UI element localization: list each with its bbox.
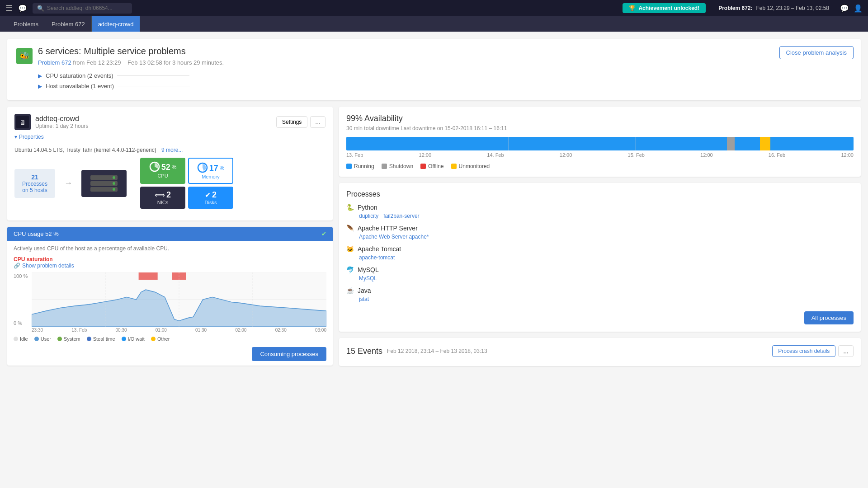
avail-seg-0 <box>346 137 509 150</box>
availability-bar <box>346 137 854 150</box>
comment-icon[interactable]: 💬 <box>840 4 849 13</box>
link-icon: 🔗 <box>14 263 20 269</box>
processes-card: Processes 🐍 Python duplicity fail2ban-se… <box>339 183 861 332</box>
breadcrumb-problems[interactable]: Problems <box>7 16 45 32</box>
problem-link[interactable]: Problem 672 <box>38 59 71 66</box>
server-icon <box>81 170 127 197</box>
host-header: 🖥 addteq-crowd Uptime: 1 day 2 hours Set… <box>14 114 326 130</box>
svg-point-9 <box>113 188 115 191</box>
top-nav-icons: 💬 👤 <box>840 4 863 13</box>
breadcrumb: Problems Problem 672 addteq-crowd <box>0 16 868 32</box>
profile-icon[interactable]: 👤 <box>854 4 863 13</box>
search-bar[interactable]: 🔍 <box>33 3 132 14</box>
left-column: 🖥 addteq-crowd Uptime: 1 day 2 hours Set… <box>7 107 333 366</box>
chart-legend: Idle User System Steal time <box>14 333 326 343</box>
jstat-link[interactable]: jstat <box>359 296 369 302</box>
events-actions: Process crash details ... <box>772 345 854 357</box>
legend-other: Other <box>151 336 170 342</box>
process-crash-button[interactable]: Process crash details <box>772 345 835 357</box>
close-analysis-button[interactable]: Close problem analysis <box>779 46 854 59</box>
legend-running: Running <box>346 163 374 169</box>
process-mysql: 🐬 MySQL MySQL <box>346 266 854 282</box>
nics-metric[interactable]: ⟺ 2 NICs <box>140 187 185 209</box>
host-uptime: Uptime: 1 day 2 hours <box>35 123 88 129</box>
breadcrumb-addteq[interactable]: addteq-crowd <box>92 16 141 32</box>
legend-shutdown: Shutdown <box>382 163 413 169</box>
host-title: addteq-crowd <box>35 115 88 123</box>
chevron-right-icon-2: ▶ <box>38 83 42 89</box>
offline-color <box>420 164 426 169</box>
event-item-cpu[interactable]: ▶ CPU saturation (2 events) <box>38 72 852 79</box>
legend-offline: Offline <box>420 163 443 169</box>
properties-divider <box>14 143 326 143</box>
trophy-icon: 🏆 <box>629 5 636 11</box>
achievement-badge: 🏆 Achievement unlocked! <box>623 3 706 13</box>
legend-system: System <box>57 336 80 342</box>
avail-unmonitored <box>760 137 770 150</box>
more-properties-link[interactable]: 9 more... <box>161 147 183 153</box>
hamburger-icon[interactable]: ☰ <box>5 3 13 13</box>
problem-info: Problem 672: Feb 12, 23:29 – Feb 13, 02:… <box>718 5 829 11</box>
legend-user: User <box>34 336 51 342</box>
availability-bar-wrapper: 13. Feb 12:00 14. Feb 12:00 15. Feb 12:0… <box>346 137 854 160</box>
search-input[interactable] <box>47 5 119 11</box>
chart-body: Actively used CPU of the host as a perce… <box>7 241 333 366</box>
two-column-layout: 🖥 addteq-crowd Uptime: 1 day 2 hours Set… <box>7 107 861 366</box>
problem-icon: 🐝 <box>16 48 33 66</box>
unmonitored-color <box>451 164 457 169</box>
avail-shutdown <box>727 137 735 150</box>
chart-x-axis: 23:30 13. Feb 00:30 01:00 01:30 02:00 02… <box>32 328 326 333</box>
memory-metric[interactable]: 17% Memory <box>188 158 233 184</box>
chart-inner <box>32 272 326 327</box>
properties-toggle[interactable]: ▾ Properties <box>14 134 326 140</box>
process-apache-http: 🪶 Apache HTTP Server Apache Web Server a… <box>346 225 854 240</box>
cpu-saturation-label: CPU saturation <box>14 256 326 263</box>
show-problem-link[interactable]: 🔗 Show problem details <box>14 263 326 269</box>
cpu-chart-svg-wrapper: 100 % 0 % <box>14 272 326 327</box>
iowait-color <box>122 337 126 341</box>
availability-card: 99% Availability 30 min total downtime L… <box>339 107 861 177</box>
arrow-right-icon: → <box>64 178 72 188</box>
svg-text:🖥: 🖥 <box>19 119 26 126</box>
chart-y-axis: 100 % 0 % <box>14 272 28 327</box>
breadcrumb-problem672[interactable]: Problem 672 <box>45 16 92 32</box>
svg-point-8 <box>113 182 115 185</box>
problem-subtitle: Problem 672 from Feb 12 23:29 – Feb 13 0… <box>38 59 852 66</box>
process-python: 🐍 Python duplicity fail2ban-server <box>346 204 854 219</box>
event-item-host[interactable]: ▶ Host unavailable (1 event) <box>38 83 852 89</box>
more-button[interactable]: ... <box>310 116 326 128</box>
check-icon: ✔ <box>321 230 326 237</box>
os-info: Ubuntu 14.04.5 LTS, Trusty Tahr (kernel … <box>14 147 326 153</box>
availability-x-labels: 13. Feb 12:00 14. Feb 12:00 15. Feb 12:0… <box>346 152 854 158</box>
java-icon: ☕ <box>346 287 354 294</box>
svg-point-7 <box>113 176 115 179</box>
availability-title: 99% Availability <box>346 114 854 123</box>
host-actions: Settings ... <box>276 116 326 128</box>
chart-description: Actively used CPU of the host as a perce… <box>14 245 326 252</box>
avail-seg-2 <box>509 137 636 150</box>
search-icon: 🔍 <box>37 5 44 12</box>
settings-button[interactable]: Settings <box>276 116 307 128</box>
metrics-area: 21 Processes on 5 hosts → <box>14 153 326 213</box>
disks-metric[interactable]: ✔ 2 Disks <box>188 187 233 209</box>
process-duplicity-link[interactable]: duplicity <box>359 213 378 219</box>
mysql-link[interactable]: MySQL <box>359 275 377 282</box>
chat-icon[interactable]: 💬 <box>18 4 27 13</box>
events-date: Feb 12 2018, 23:14 – Feb 13 2018, 03:13 <box>387 348 487 354</box>
legend-idle: Idle <box>14 336 28 342</box>
apache-http-icon: 🪶 <box>346 225 354 232</box>
avail-seg-5 <box>735 137 760 150</box>
metrics-grid: 52% CPU 17% <box>140 158 233 209</box>
user-color <box>34 337 39 341</box>
chart-header: CPU usage 52 % ✔ <box>7 227 333 241</box>
all-processes-button[interactable]: All processes <box>804 311 854 324</box>
cpu-metric[interactable]: 52% CPU <box>140 158 185 184</box>
availability-legend: Running Shutdown Offline Unmonitored <box>346 163 854 169</box>
events-more-button[interactable]: ... <box>838 345 854 357</box>
process-fail2ban-link[interactable]: fail2ban-server <box>383 213 419 219</box>
processes-box[interactable]: 21 Processes on 5 hosts <box>14 169 55 198</box>
tomcat-link[interactable]: apache-tomcat <box>359 254 395 261</box>
consuming-processes-button[interactable]: Consuming processes <box>252 347 326 361</box>
apache-web-link[interactable]: Apache Web Server apache* <box>359 234 429 240</box>
events-header: 15 Events Feb 12 2018, 23:14 – Feb 13 20… <box>346 345 854 357</box>
